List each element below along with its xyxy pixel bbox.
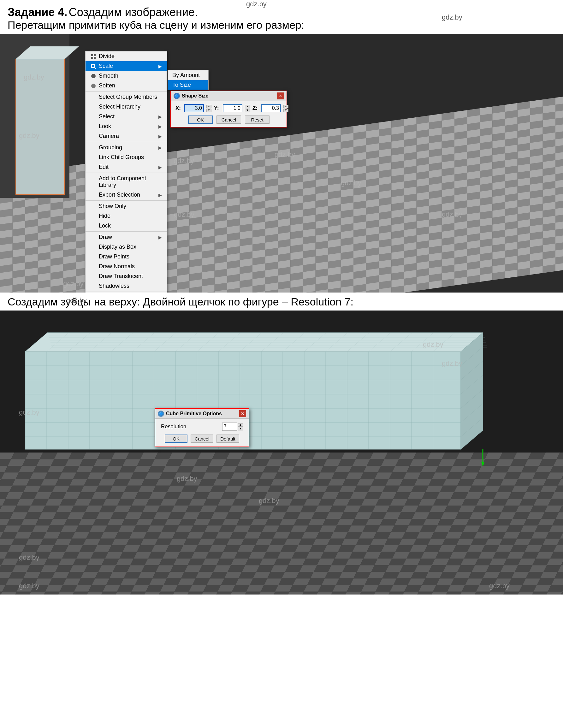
grid-icon: [91, 54, 96, 59]
header-title-bold: Задание 4.: [8, 6, 67, 19]
page-subtitle: Перетащим примитив куба на сцену и измен…: [8, 19, 304, 31]
menu-item-draw-points[interactable]: Draw Points: [86, 252, 167, 262]
menu-item-link-child[interactable]: Link Child Groups: [86, 152, 167, 162]
y-spin-down[interactable]: ▼: [245, 109, 250, 112]
cube-default-button[interactable]: Default: [216, 435, 239, 443]
menu-item-soften[interactable]: Soften: [86, 81, 167, 91]
x-spin-up[interactable]: ▲: [206, 105, 211, 108]
scale-icon: [91, 63, 96, 69]
svg-text:gdz.by: gdz.by: [259, 497, 279, 505]
camera-arrow: ▶: [158, 134, 162, 139]
menu-item-select-hierarchy[interactable]: Select Hierarchy: [86, 102, 167, 112]
no-icon-15: [91, 244, 96, 250]
header-title-normal: Создадим изображение.: [69, 6, 198, 19]
svg-text:gdz.by: gdz.by: [63, 280, 84, 288]
y-input[interactable]: [223, 104, 242, 112]
resolution-spin-up[interactable]: ▲: [238, 423, 243, 427]
x-spin-down[interactable]: ▼: [206, 109, 211, 112]
no-icon-17: [91, 264, 96, 269]
sep1: [86, 91, 167, 92]
menu-shadowless-label: Shadowless: [99, 283, 162, 289]
x-spinner[interactable]: ▲ ▼: [206, 105, 211, 112]
cube-primitive-dialog[interactable]: 🔷 Cube Primitive Options ✕ Resolution ▲ …: [155, 408, 249, 447]
menu-item-draw-normals[interactable]: Draw Normals: [86, 262, 167, 271]
menu-divide-label: Divide: [99, 53, 162, 60]
context-menu[interactable]: Divide Scale ▶ By Amount To Size Smooth: [85, 51, 167, 293]
shape-reset-button[interactable]: Reset: [245, 115, 270, 124]
menu-item-shadowless[interactable]: Shadowless: [86, 281, 167, 291]
svg-text:gdz.by: gdz.by: [174, 157, 194, 165]
svg-text:gdz.by: gdz.by: [19, 132, 39, 139]
sphere-smooth-icon: [91, 73, 96, 79]
menu-link-child-label: Link Child Groups: [99, 154, 162, 161]
menu-show-only-label: Show Only: [99, 203, 162, 210]
resolution-input-group: ▲ ▼: [222, 423, 243, 431]
resolution-spinner[interactable]: ▲ ▼: [238, 423, 243, 430]
svg-point-29: [91, 74, 96, 78]
scale-submenu[interactable]: By Amount To Size: [168, 70, 209, 90]
resolution-spin-down[interactable]: ▼: [238, 427, 243, 430]
cube-dialog-buttons: OK Cancel Default: [161, 435, 243, 443]
svg-marker-90: [461, 333, 483, 449]
z-input[interactable]: [261, 104, 281, 112]
menu-display-box-label: Display as Box: [99, 244, 162, 250]
shape-size-dialog[interactable]: 🔷 Shape Size ✕ X: ▲ ▼ Y: ▲ ▼ Z:: [170, 91, 287, 127]
z-spinner[interactable]: ▲ ▼: [283, 105, 288, 112]
x-label: X:: [175, 105, 182, 111]
menu-item-select-group[interactable]: Select Group Members: [86, 92, 167, 102]
export-arrow: ▶: [158, 192, 162, 198]
svg-text:gdz.by: gdz.by: [19, 553, 39, 561]
x-input[interactable]: [184, 104, 204, 112]
menu-item-add-component[interactable]: Add to Component Library: [86, 174, 167, 190]
menu-look-label: Look: [99, 123, 158, 130]
dialog-body: X: ▲ ▼ Y: ▲ ▼ Z: ▲ ▼: [171, 101, 287, 127]
menu-item-grouping[interactable]: Grouping ▶: [86, 143, 167, 152]
menu-item-export[interactable]: Export Selection ▶: [86, 190, 167, 200]
menu-grouping-label: Grouping: [99, 144, 158, 151]
menu-soften-label: Soften: [99, 82, 162, 89]
cube-dialog-icon: 🔷: [158, 411, 164, 417]
submenu-by-amount[interactable]: By Amount: [168, 70, 208, 80]
y-label: Y:: [214, 105, 220, 111]
sep2: [86, 142, 167, 142]
menu-lock-label: Lock: [99, 222, 162, 229]
menu-item-look[interactable]: Look ▶: [86, 121, 167, 131]
shape-cancel-button[interactable]: Cancel: [216, 115, 241, 124]
sep5: [86, 231, 167, 232]
cube-ok-button[interactable]: OK: [165, 435, 187, 443]
y-spinner[interactable]: ▲ ▼: [245, 105, 250, 112]
cube-dialog-close[interactable]: ✕: [239, 410, 246, 417]
submenu-to-size[interactable]: To Size: [168, 80, 208, 90]
svg-text:gdz.by: gdz.by: [341, 179, 361, 187]
menu-item-draw-translucent[interactable]: Draw Translucent: [86, 271, 167, 281]
menu-item-hide[interactable]: Hide gdz.by: [86, 211, 167, 221]
resolution-input[interactable]: [222, 423, 237, 431]
y-spin-up[interactable]: ▲: [245, 105, 250, 108]
dialog-close-button[interactable]: ✕: [277, 92, 284, 99]
scene2: gdz.by gdz.by gdz.by gdz.by gdz.by gdz.b…: [0, 311, 563, 595]
svg-text:gdz.by: gdz.by: [19, 408, 39, 416]
section2-text-label: Создадим зубцы на верху: Двойной щелчок …: [8, 296, 353, 308]
menu-item-divide[interactable]: Divide: [86, 51, 167, 61]
z-spin-up[interactable]: ▲: [283, 105, 288, 108]
menu-item-scale[interactable]: Scale ▶ By Amount To Size: [86, 61, 167, 71]
dialog-title-icon: 🔷: [174, 93, 180, 99]
watermark-top1: gdz.by: [246, 0, 267, 8]
menu-item-lock[interactable]: Lock: [86, 221, 167, 231]
cube-dialog-title: Cube Primitive Options: [166, 411, 239, 417]
menu-item-select[interactable]: Select ▶: [86, 112, 167, 121]
menu-item-camera[interactable]: Camera ▶: [86, 131, 167, 141]
svg-marker-63: [25, 333, 483, 352]
menu-item-edit[interactable]: Edit ▶: [86, 162, 167, 172]
menu-item-show-only[interactable]: Show Only: [86, 201, 167, 211]
watermark-s2-1: gdz.by: [66, 296, 87, 305]
menu-item-display-box[interactable]: Display as Box: [86, 242, 167, 252]
grouping-arrow: ▶: [158, 145, 162, 150]
cube-dialog-body: Resolution ▲ ▼ OK Cancel Default: [155, 419, 249, 447]
menu-item-draw[interactable]: Draw ▶: [86, 232, 167, 242]
svg-text:gdz.by: gdz.by: [442, 210, 462, 218]
z-spin-down[interactable]: ▼: [283, 109, 288, 112]
shape-ok-button[interactable]: OK: [188, 115, 213, 124]
cube-cancel-button[interactable]: Cancel: [191, 435, 213, 443]
menu-item-smooth[interactable]: Smooth: [86, 71, 167, 81]
